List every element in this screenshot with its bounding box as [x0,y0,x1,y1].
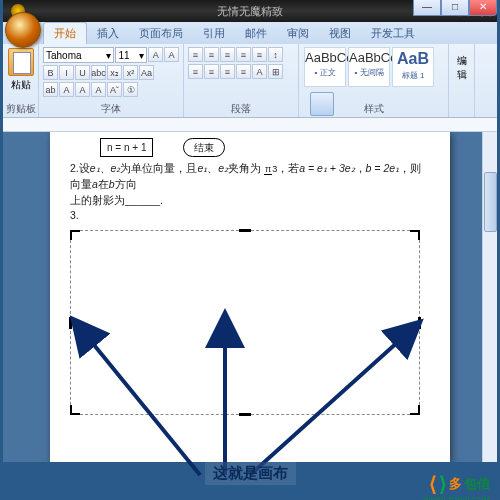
canvas-handle-b[interactable] [239,413,251,416]
window-title: 无情无魔精致 [217,4,283,19]
styles-group-label: 样式 [299,102,448,116]
para-btn2-1[interactable]: ≡ [204,64,219,79]
font-btn-2[interactable]: U [75,65,90,80]
font-btn-3[interactable]: abc [91,65,106,80]
question-2: 2.设e₁、e₂为单位向量，且e₁、e₂夹角为 π3，若a = e₁ + 3e₂… [70,161,430,193]
font-btn2-4[interactable]: Aˇ [107,82,122,97]
font-btn2-2[interactable]: A [75,82,90,97]
font-btn2-3[interactable]: A [91,82,106,97]
ribbon: 粘贴 剪贴板 Tahoma▾ 11▾ A A BIUabcx₂x²Aa abAA… [3,44,497,118]
styles-group: AaBbCcD• 正文AaBbCcD• 无间隔AaB标题 1 更改样式 样式 [299,44,449,117]
para-btn-3[interactable]: ≡ [236,47,251,62]
font-btn2-0[interactable]: ab [43,82,58,97]
annotation-text: 这就是画布 [0,462,500,485]
para-btn-0[interactable]: ≡ [188,47,203,62]
font-name-select[interactable]: Tahoma▾ [43,47,114,63]
maximize-button[interactable]: □ [441,0,469,16]
paste-icon[interactable] [8,48,34,76]
watermark: ⟨⟩ 多 包信 WWW.3D6W.COM [429,472,490,496]
scroll-thumb[interactable] [484,172,497,232]
para-btn-4[interactable]: ≡ [252,47,267,62]
paragraph-group: ≡≡≡≡≡↕ ≡≡≡≡A⊞ 段落 [184,44,299,117]
clipboard-label: 剪贴板 [3,102,38,116]
style-2[interactable]: AaB标题 1 [392,47,434,87]
clipboard-group: 粘贴 剪贴板 [3,44,39,117]
vertical-scrollbar[interactable] [482,132,497,462]
para-btn-1[interactable]: ≡ [204,47,219,62]
canvas-handle-bl[interactable] [70,405,80,415]
tab-references[interactable]: 引用 [193,23,235,44]
font-btn-1[interactable]: I [59,65,74,80]
document-area: n = n + 1 结束 2.设e₁、e₂为单位向量，且e₁、e₂夹角为 π3，… [3,132,497,462]
grow-font-button[interactable]: A [148,47,163,62]
close-button[interactable]: ✕ [469,0,497,16]
canvas-handle-tl[interactable] [70,230,80,240]
style-1[interactable]: AaBbCcD• 无间隔 [348,47,390,87]
canvas-handle-br[interactable] [410,405,420,415]
para-btn2-4[interactable]: A [252,64,267,79]
para-btn-5[interactable]: ↕ [268,47,283,62]
tab-insert[interactable]: 插入 [87,23,129,44]
font-btn2-5[interactable]: ① [123,82,138,97]
minimize-button[interactable]: — [413,0,441,16]
drawing-canvas[interactable] [70,230,420,415]
flow-box: n = n + 1 [100,138,153,157]
font-btn-6[interactable]: Aa [139,65,154,80]
editing-group: 编辑 [449,44,475,117]
office-button[interactable] [5,12,41,48]
para-group-label: 段落 [184,102,298,116]
font-size-select[interactable]: 11▾ [115,47,147,63]
flow-end: 结束 [183,138,225,157]
question-3: 3. [70,208,430,224]
tab-review[interactable]: 审阅 [277,23,319,44]
para-btn2-5[interactable]: ⊞ [268,64,283,79]
para-btn2-2[interactable]: ≡ [220,64,235,79]
question-2-line2: 上的射影为______. [70,193,430,209]
canvas-handle-t[interactable] [239,229,251,232]
para-btn2-0[interactable]: ≡ [188,64,203,79]
paste-label: 粘贴 [7,78,34,92]
shrink-font-button[interactable]: A [164,47,179,62]
para-btn-2[interactable]: ≡ [220,47,235,62]
tab-mail[interactable]: 邮件 [235,23,277,44]
font-btn-5[interactable]: x² [123,65,138,80]
tab-dev[interactable]: 开发工具 [361,23,425,44]
font-btn-0[interactable]: B [43,65,58,80]
tab-home[interactable]: 开始 [43,22,87,44]
app-window: 无情无魔精致 绘图工具 — □ ✕ 开始 插入 页面布局 引用 邮件 审阅 视图… [3,0,497,462]
ribbon-tabs: 开始 插入 页面布局 引用 邮件 审阅 视图 开发工具 [3,22,497,44]
font-group-label: 字体 [39,102,183,116]
canvas-handle-r[interactable] [418,317,421,329]
page[interactable]: n = n + 1 结束 2.设e₁、e₂为单位向量，且e₁、e₂夹角为 π3，… [50,132,450,462]
tab-view[interactable]: 视图 [319,23,361,44]
style-0[interactable]: AaBbCcD• 正文 [304,47,346,87]
font-group: Tahoma▾ 11▾ A A BIUabcx₂x²Aa abAAAAˇ① 字体 [39,44,184,117]
font-btn2-1[interactable]: A [59,82,74,97]
canvas-handle-tr[interactable] [410,230,420,240]
ruler[interactable] [3,118,497,132]
window-controls: — □ ✕ [413,0,497,16]
canvas-handle-l[interactable] [69,317,72,329]
para-btn2-3[interactable]: ≡ [236,64,251,79]
tab-layout[interactable]: 页面布局 [129,23,193,44]
edit-label[interactable]: 编辑 [453,54,470,82]
font-btn-4[interactable]: x₂ [107,65,122,80]
